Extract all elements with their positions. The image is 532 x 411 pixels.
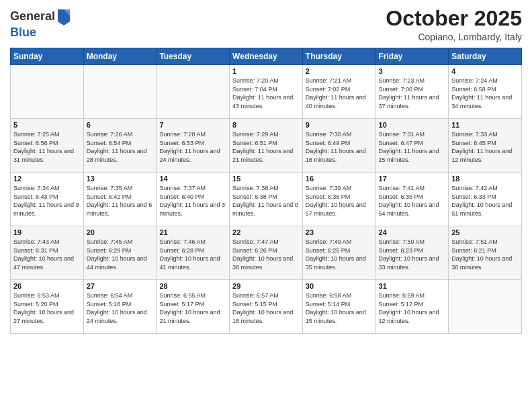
header-row: Sunday Monday Tuesday Wednesday Thursday…	[11, 48, 522, 65]
day-info: Sunrise: 7:20 AM Sunset: 7:04 PM Dayligh…	[232, 77, 300, 110]
day-info: Sunrise: 7:46 AM Sunset: 6:28 PM Dayligh…	[159, 238, 226, 271]
day-info: Sunrise: 7:34 AM Sunset: 6:43 PM Dayligh…	[13, 184, 81, 218]
day-cell: 13Sunrise: 7:35 AM Sunset: 6:42 PM Dayli…	[83, 173, 157, 226]
day-number: 19	[13, 228, 81, 236]
day-cell: 5Sunrise: 7:25 AM Sunset: 6:56 PM Daylig…	[11, 119, 84, 173]
week-row-2: 5Sunrise: 7:25 AM Sunset: 6:56 PM Daylig…	[11, 119, 522, 173]
day-cell: 18Sunrise: 7:42 AM Sunset: 6:33 PM Dayli…	[449, 173, 522, 226]
col-saturday: Saturday	[449, 48, 522, 65]
day-info: Sunrise: 7:39 AM Sunset: 6:36 PM Dayligh…	[306, 184, 373, 218]
day-cell: 1Sunrise: 7:20 AM Sunset: 7:04 PM Daylig…	[230, 65, 303, 119]
day-cell: 24Sunrise: 7:50 AM Sunset: 6:23 PM Dayli…	[375, 226, 449, 280]
day-number: 28	[159, 282, 226, 290]
day-info: Sunrise: 7:49 AM Sunset: 6:25 PM Dayligh…	[306, 238, 373, 271]
page: General Blue October 2025 Copiano, Lomba…	[0, 0, 532, 411]
col-sunday: Sunday	[11, 48, 84, 65]
week-row-1: 1Sunrise: 7:20 AM Sunset: 7:04 PM Daylig…	[11, 65, 522, 119]
day-info: Sunrise: 7:25 AM Sunset: 6:56 PM Dayligh…	[13, 130, 81, 164]
day-info: Sunrise: 7:35 AM Sunset: 6:42 PM Dayligh…	[87, 184, 154, 218]
day-number: 14	[159, 175, 226, 183]
day-cell: 7Sunrise: 7:28 AM Sunset: 6:53 PM Daylig…	[157, 119, 230, 173]
day-number: 6	[87, 121, 154, 129]
logo-general-text: General	[10, 9, 55, 24]
day-number: 30	[306, 282, 373, 290]
day-info: Sunrise: 7:23 AM Sunset: 7:00 PM Dayligh…	[379, 77, 446, 110]
day-cell: 8Sunrise: 7:29 AM Sunset: 6:51 PM Daylig…	[230, 119, 303, 173]
day-cell: 15Sunrise: 7:38 AM Sunset: 6:38 PM Dayli…	[230, 173, 303, 226]
day-number: 31	[379, 282, 446, 290]
day-number: 29	[232, 282, 300, 290]
day-number: 27	[87, 282, 154, 290]
day-number: 4	[451, 67, 519, 75]
day-number: 23	[306, 228, 373, 236]
day-info: Sunrise: 7:24 AM Sunset: 6:58 PM Dayligh…	[451, 77, 519, 110]
col-tuesday: Tuesday	[157, 48, 230, 65]
day-number: 13	[87, 175, 154, 183]
day-info: Sunrise: 7:41 AM Sunset: 6:35 PM Dayligh…	[379, 184, 446, 218]
day-info: Sunrise: 7:37 AM Sunset: 6:40 PM Dayligh…	[159, 184, 226, 218]
day-number: 21	[159, 228, 226, 236]
day-cell: 23Sunrise: 7:49 AM Sunset: 6:25 PM Dayli…	[302, 226, 375, 280]
day-info: Sunrise: 7:31 AM Sunset: 6:47 PM Dayligh…	[379, 130, 446, 164]
day-cell: 9Sunrise: 7:30 AM Sunset: 6:49 PM Daylig…	[302, 119, 375, 173]
day-number: 20	[87, 228, 154, 236]
day-info: Sunrise: 6:58 AM Sunset: 5:14 PM Dayligh…	[306, 291, 373, 325]
day-info: Sunrise: 7:30 AM Sunset: 6:49 PM Dayligh…	[306, 130, 373, 164]
day-info: Sunrise: 7:29 AM Sunset: 6:51 PM Dayligh…	[232, 130, 300, 164]
day-cell	[83, 65, 157, 119]
day-cell: 25Sunrise: 7:51 AM Sunset: 6:21 PM Dayli…	[449, 226, 522, 280]
col-wednesday: Wednesday	[230, 48, 303, 65]
day-info: Sunrise: 6:55 AM Sunset: 5:17 PM Dayligh…	[159, 291, 226, 325]
day-cell: 10Sunrise: 7:31 AM Sunset: 6:47 PM Dayli…	[375, 119, 449, 173]
day-cell: 11Sunrise: 7:33 AM Sunset: 6:45 PM Dayli…	[449, 119, 522, 173]
day-cell	[449, 280, 522, 334]
day-number: 3	[379, 67, 446, 75]
day-info: Sunrise: 7:42 AM Sunset: 6:33 PM Dayligh…	[451, 184, 519, 218]
header: General Blue October 2025 Copiano, Lomba…	[10, 7, 522, 42]
day-cell: 3Sunrise: 7:23 AM Sunset: 7:00 PM Daylig…	[375, 65, 449, 119]
day-number: 17	[379, 175, 446, 183]
day-cell: 29Sunrise: 6:57 AM Sunset: 5:15 PM Dayli…	[230, 280, 303, 334]
day-number: 15	[232, 175, 300, 183]
day-cell: 17Sunrise: 7:41 AM Sunset: 6:35 PM Dayli…	[375, 173, 449, 226]
day-cell	[157, 65, 230, 119]
day-cell: 16Sunrise: 7:39 AM Sunset: 6:36 PM Dayli…	[302, 173, 375, 226]
day-cell: 12Sunrise: 7:34 AM Sunset: 6:43 PM Dayli…	[11, 173, 84, 226]
day-number: 1	[232, 67, 300, 75]
day-cell: 27Sunrise: 6:54 AM Sunset: 5:18 PM Dayli…	[83, 280, 157, 334]
day-info: Sunrise: 7:47 AM Sunset: 6:26 PM Dayligh…	[232, 238, 300, 271]
day-number: 2	[306, 67, 373, 75]
day-cell: 2Sunrise: 7:21 AM Sunset: 7:02 PM Daylig…	[302, 65, 375, 119]
day-cell: 6Sunrise: 7:26 AM Sunset: 6:54 PM Daylig…	[83, 119, 157, 173]
day-number: 26	[13, 282, 81, 290]
day-number: 8	[232, 121, 300, 129]
logo-blue-text: Blue	[10, 26, 36, 39]
day-cell: 28Sunrise: 6:55 AM Sunset: 5:17 PM Dayli…	[157, 280, 230, 334]
logo: General Blue	[10, 7, 71, 40]
day-info: Sunrise: 7:50 AM Sunset: 6:23 PM Dayligh…	[379, 238, 446, 271]
day-cell: 26Sunrise: 6:53 AM Sunset: 5:20 PM Dayli…	[11, 280, 84, 334]
day-info: Sunrise: 7:26 AM Sunset: 6:54 PM Dayligh…	[87, 130, 154, 164]
day-info: Sunrise: 7:28 AM Sunset: 6:53 PM Dayligh…	[159, 130, 226, 164]
day-info: Sunrise: 6:59 AM Sunset: 5:12 PM Dayligh…	[379, 291, 446, 325]
col-friday: Friday	[375, 48, 449, 65]
day-cell: 21Sunrise: 7:46 AM Sunset: 6:28 PM Dayli…	[157, 226, 230, 280]
day-info: Sunrise: 6:53 AM Sunset: 5:20 PM Dayligh…	[13, 291, 81, 325]
day-info: Sunrise: 7:51 AM Sunset: 6:21 PM Dayligh…	[451, 238, 519, 271]
week-row-5: 26Sunrise: 6:53 AM Sunset: 5:20 PM Dayli…	[11, 280, 522, 334]
day-number: 18	[451, 175, 519, 183]
col-thursday: Thursday	[302, 48, 375, 65]
day-info: Sunrise: 7:38 AM Sunset: 6:38 PM Dayligh…	[232, 184, 300, 218]
day-info: Sunrise: 7:33 AM Sunset: 6:45 PM Dayligh…	[451, 130, 519, 164]
day-number: 22	[232, 228, 300, 236]
day-number: 12	[13, 175, 81, 183]
day-info: Sunrise: 6:57 AM Sunset: 5:15 PM Dayligh…	[232, 291, 300, 325]
day-number: 9	[306, 121, 373, 129]
day-number: 10	[379, 121, 446, 129]
day-info: Sunrise: 7:21 AM Sunset: 7:02 PM Dayligh…	[306, 77, 373, 110]
day-number: 5	[13, 121, 81, 129]
calendar-table: Sunday Monday Tuesday Wednesday Thursday…	[10, 48, 522, 334]
day-cell: 22Sunrise: 7:47 AM Sunset: 6:26 PM Dayli…	[230, 226, 303, 280]
col-monday: Monday	[83, 48, 157, 65]
logo-icon	[56, 7, 71, 26]
